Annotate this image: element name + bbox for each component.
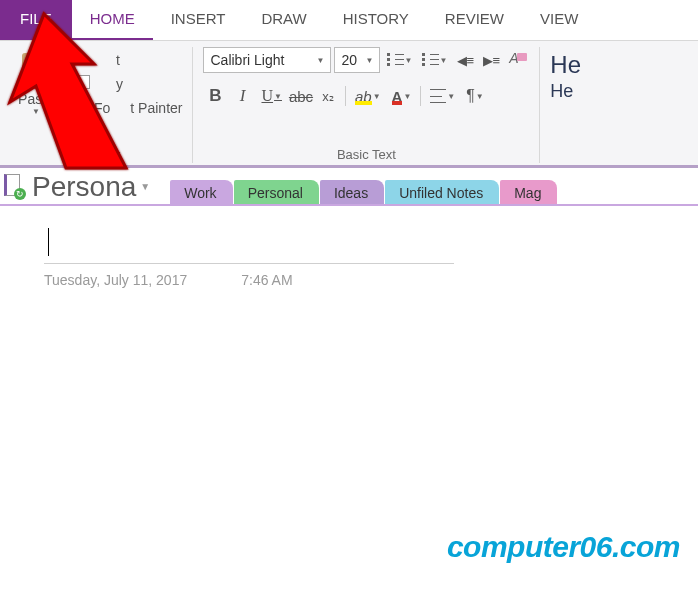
outdent-icon: ◀≡ bbox=[457, 53, 475, 68]
page-content: Tuesday, July 11, 2017 7:46 AM bbox=[0, 206, 698, 288]
font-name-select[interactable]: Calibri Light ▼ bbox=[203, 47, 331, 73]
group-label-clipboard: Clipboar bbox=[10, 145, 182, 163]
section-tabs: Work Personal Ideas Unfiled Notes Mag bbox=[170, 180, 558, 206]
font-name-value: Calibri Light bbox=[210, 52, 284, 68]
format-painter-label: t Painter bbox=[130, 100, 182, 116]
underline-label: U bbox=[261, 87, 273, 105]
chevron-down-icon: ▼ bbox=[317, 56, 325, 65]
chevron-down-icon: ▼ bbox=[32, 107, 40, 116]
page-time: 7:46 AM bbox=[241, 272, 292, 288]
ribbon: Paste ▼ ✂ t y ✎ Fo t Painter Clipboar bbox=[0, 40, 698, 168]
tab-home[interactable]: HOME bbox=[72, 0, 153, 40]
group-basic-text: Calibri Light ▼ 20 ▼ ▼ ▼ bbox=[193, 47, 540, 163]
pilcrow-icon: ¶ bbox=[466, 87, 475, 105]
cut-label: t bbox=[116, 52, 120, 68]
scissors-icon: ✂ bbox=[70, 51, 88, 69]
highlight-icon: ab bbox=[355, 88, 372, 105]
paragraph-button[interactable]: ¶▼ bbox=[462, 84, 488, 108]
group-styles: He He bbox=[540, 47, 597, 163]
decrease-indent-button[interactable]: ◀≡ bbox=[453, 48, 477, 72]
paste-label: Paste bbox=[18, 91, 54, 107]
copy-label: y bbox=[116, 76, 123, 92]
subscript-button[interactable]: x₂ bbox=[316, 84, 340, 108]
numbering-button[interactable]: ▼ bbox=[418, 48, 451, 72]
section-tab-work[interactable]: Work bbox=[170, 180, 232, 206]
ribbon-tabs: FILE HOME INSERT DRAW HISTORY REVIEW VIE… bbox=[0, 0, 698, 40]
section-tab-ideas[interactable]: Ideas bbox=[320, 180, 384, 206]
fontcolor-icon: A bbox=[392, 88, 403, 105]
bold-button[interactable]: B bbox=[203, 84, 227, 108]
eraser-icon bbox=[507, 51, 527, 69]
style-heading2: He bbox=[550, 81, 581, 102]
notebook-title[interactable]: Persona bbox=[32, 171, 136, 203]
paste-button[interactable]: Paste ▼ bbox=[10, 47, 62, 116]
tab-view[interactable]: VIEW bbox=[522, 0, 596, 40]
section-tab-mag[interactable]: Mag bbox=[500, 180, 557, 206]
format-painter-button[interactable]: ✎ Fo t Painter bbox=[70, 99, 182, 117]
page-title-input[interactable] bbox=[44, 226, 454, 264]
tab-history[interactable]: HISTORY bbox=[325, 0, 427, 40]
highlight-button[interactable]: ab▼ bbox=[351, 84, 385, 108]
page-date: Tuesday, July 11, 2017 bbox=[44, 272, 187, 288]
notebook-bar: ↻ Persona ▼ Work Personal Ideas Unfiled … bbox=[0, 168, 698, 206]
underline-button[interactable]: U▼ bbox=[257, 84, 285, 108]
indent-icon: ▶≡ bbox=[483, 53, 501, 68]
paste-icon bbox=[19, 49, 53, 89]
sync-icon: ↻ bbox=[14, 188, 26, 200]
watermark: computer06.com bbox=[447, 530, 680, 564]
align-icon bbox=[430, 89, 446, 103]
section-tab-unfiled[interactable]: Unfiled Notes bbox=[385, 180, 499, 206]
italic-button[interactable]: I bbox=[230, 84, 254, 108]
numbering-icon bbox=[422, 53, 438, 67]
font-color-button[interactable]: A▼ bbox=[388, 84, 416, 108]
font-size-select[interactable]: 20 ▼ bbox=[334, 47, 380, 73]
separator bbox=[420, 86, 421, 106]
tab-insert[interactable]: INSERT bbox=[153, 0, 244, 40]
text-cursor bbox=[48, 228, 49, 256]
tab-review[interactable]: REVIEW bbox=[427, 0, 522, 40]
copy-button[interactable]: y bbox=[70, 75, 182, 93]
separator bbox=[345, 86, 346, 106]
clear-formatting-button[interactable] bbox=[505, 48, 529, 72]
format-painter-prefix: Fo bbox=[94, 100, 110, 116]
increase-indent-button[interactable]: ▶≡ bbox=[479, 48, 503, 72]
copy-icon bbox=[70, 75, 88, 93]
style-heading1: He bbox=[550, 51, 581, 79]
bullets-icon bbox=[387, 53, 403, 67]
tab-draw[interactable]: DRAW bbox=[243, 0, 324, 40]
group-label-basictext: Basic Text bbox=[203, 145, 529, 163]
tab-file[interactable]: FILE bbox=[0, 0, 72, 40]
section-tab-personal[interactable]: Personal bbox=[234, 180, 319, 206]
chevron-down-icon[interactable]: ▼ bbox=[140, 181, 150, 192]
chevron-down-icon: ▼ bbox=[366, 56, 374, 65]
notebook-icon[interactable]: ↻ bbox=[4, 174, 24, 198]
font-size-value: 20 bbox=[341, 52, 357, 68]
align-button[interactable]: ▼ bbox=[426, 84, 459, 108]
group-clipboard: Paste ▼ ✂ t y ✎ Fo t Painter Clipboar bbox=[6, 47, 193, 163]
cut-button[interactable]: ✂ t bbox=[70, 51, 182, 69]
styles-gallery[interactable]: He He bbox=[544, 47, 587, 102]
brush-icon: ✎ bbox=[70, 99, 88, 117]
bullets-button[interactable]: ▼ bbox=[383, 48, 416, 72]
strikethrough-button[interactable]: abc bbox=[289, 84, 313, 108]
